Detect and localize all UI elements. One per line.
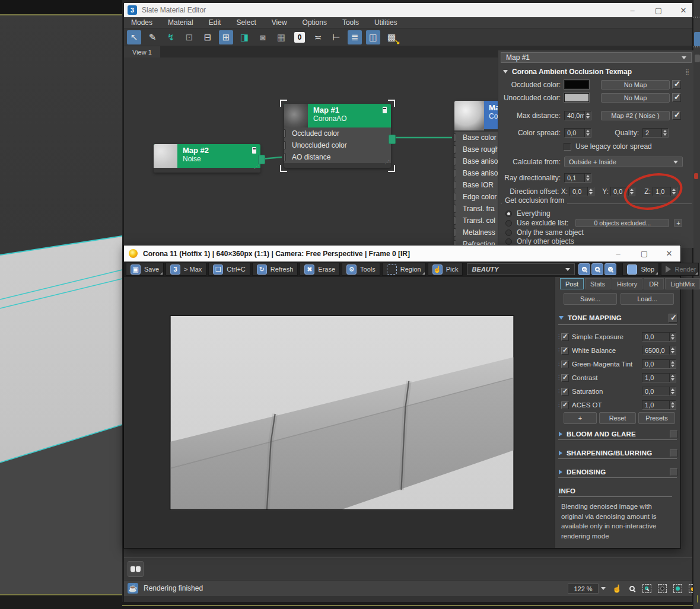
row-value-spinner[interactable]: 1,0	[642, 400, 676, 410]
tab-lightmix[interactable]: LightMix	[665, 278, 700, 289]
input-slot[interactable]	[454, 193, 456, 201]
zoom-region-icon[interactable]	[640, 582, 653, 594]
input-slot[interactable]	[284, 129, 286, 138]
input-slot[interactable]	[454, 169, 456, 177]
render-map-icon[interactable]: ▩ ↘	[384, 30, 399, 44]
zoom-level-field[interactable]: 122 %	[568, 584, 599, 594]
max-distance-map-button[interactable]: Map #2 ( Noise )	[601, 111, 670, 120]
node-map1-coronaao[interactable]: Map #1 CoronaAO Occluded color	[284, 104, 391, 168]
input-slot[interactable]	[454, 145, 456, 154]
sme-close-button[interactable]: ✕	[673, 3, 693, 17]
input-slot[interactable]	[454, 216, 456, 225]
tab-dr[interactable]: DR	[644, 278, 664, 289]
material-bucket-icon[interactable]: ◨	[237, 30, 252, 44]
radio-only-other-objects[interactable]	[505, 238, 512, 245]
row-value-spinner[interactable]: 1,0	[642, 373, 676, 382]
exclude-list-button[interactable]: 0 objects excluded...	[575, 219, 669, 227]
menu-tools[interactable]: Tools	[342, 18, 359, 27]
occluded-color-swatch[interactable]	[564, 80, 589, 89]
exclude-add-button[interactable]: +	[674, 219, 682, 227]
ray-directionality-spinner[interactable]: 0,1	[564, 173, 591, 183]
find-binoculars-button[interactable]	[128, 561, 144, 577]
occluded-map-button[interactable]: No Map	[601, 80, 670, 90]
material-preview-list-icon[interactable]: ≣	[348, 30, 362, 44]
input-slot[interactable]	[454, 133, 456, 142]
color-spread-spinner[interactable]: 0,0	[564, 128, 591, 138]
section-enable-checkbox[interactable]	[670, 468, 677, 476]
radio-everything[interactable]	[505, 211, 512, 217]
pick-material-icon[interactable]: ✎	[145, 30, 160, 44]
pick-from-object-icon[interactable]: ↯	[164, 30, 178, 44]
unoccluded-color-swatch[interactable]	[564, 93, 589, 102]
drag-grip-icon[interactable]: ⋮⋮	[556, 390, 561, 393]
vfb-tools-button[interactable]: ⚙ Tools	[342, 263, 380, 276]
drag-grip-icon[interactable]: ⋮⋮	[556, 349, 561, 352]
sample-slots-count-icon[interactable]: 0	[292, 30, 307, 44]
vfb-zoom-reset-button[interactable]: ✕	[604, 263, 616, 275]
menu-material[interactable]: Material	[168, 18, 193, 27]
vfb-erase-button[interactable]: ✖ Erase	[300, 263, 340, 276]
max-distance-spinner[interactable]: 40,0mm	[564, 111, 591, 120]
section-enable-checkbox[interactable]	[670, 449, 677, 457]
section-bloom-and-glare[interactable]: BLOOM AND GLARE	[559, 429, 677, 439]
row-value-spinner[interactable]: 6500,0	[642, 346, 676, 355]
input-slot[interactable]	[284, 153, 286, 161]
assign-material-icon[interactable]: ⊡	[182, 30, 196, 44]
map2-output-slot[interactable]	[258, 155, 265, 164]
input-slot[interactable]	[454, 181, 456, 189]
tone-add-button[interactable]: +	[564, 412, 597, 424]
row-enable-checkbox[interactable]	[561, 374, 569, 382]
move-children-icon[interactable]: ⊞	[219, 30, 233, 44]
vfb-copy-button[interactable]: ❏ Ctrl+C	[208, 263, 250, 276]
layout-tree-icon[interactable]: ⊢	[329, 30, 343, 44]
menu-modes[interactable]: Modes	[131, 18, 152, 27]
sme-minimize-button[interactable]: –	[622, 3, 642, 17]
docked-blue-button[interactable]	[694, 32, 700, 46]
drag-grip-icon[interactable]: ⋮⋮	[556, 363, 561, 365]
rollout-header[interactable]: Corona Ambient Occlusion Texmap ⣿	[498, 66, 693, 77]
show-checker-icon[interactable]: ▦	[274, 30, 288, 44]
row-value-spinner[interactable]: 0,0	[642, 387, 676, 396]
drag-grip-icon[interactable]: ⋮⋮	[556, 336, 561, 338]
menu-utilities[interactable]: Utilities	[374, 18, 397, 27]
zoom-dropdown-caret[interactable]	[601, 587, 606, 590]
row-enable-checkbox[interactable]	[561, 347, 569, 355]
delete-selected-icon[interactable]: ⊟	[201, 30, 215, 44]
vfb-refresh-button[interactable]: ↻ Refresh	[252, 263, 298, 276]
row-value-spinner[interactable]: 0,0	[642, 359, 676, 369]
show-background-icon[interactable]: ◙	[256, 30, 270, 44]
tab-post[interactable]: Post	[560, 278, 584, 289]
row-value-spinner[interactable]: 0,0	[642, 332, 676, 342]
map2-preview-badge[interactable]	[252, 147, 256, 154]
vfb-pick-button[interactable]: ☝ Pick	[428, 263, 463, 276]
tone-mapping-enable-checkbox[interactable]	[669, 314, 677, 323]
calculate-from-dropdown[interactable]: Outside + Inside	[564, 157, 683, 167]
section-sharpening-blurring[interactable]: SHARPENING/BLURRING	[559, 448, 677, 458]
pan-hand-icon[interactable]: ☝	[610, 582, 623, 594]
menu-view[interactable]: View	[272, 18, 287, 27]
tone-mapping-header[interactable]: TONE MAPPING	[559, 313, 677, 323]
tone-presets-button[interactable]: Presets	[638, 412, 675, 424]
vfb-minimize-button[interactable]: –	[608, 246, 628, 260]
vfb-render-button[interactable]: Render	[661, 263, 699, 276]
vfb-region-button[interactable]: Region	[382, 263, 426, 276]
zoom-tool-icon[interactable]	[625, 582, 638, 594]
vfb-close-button[interactable]: ✕	[659, 246, 679, 260]
radio-use-exclude-list[interactable]	[505, 220, 512, 227]
vfb-save-button[interactable]: ▣ Save	[126, 263, 164, 276]
row-enable-checkbox[interactable]	[561, 388, 569, 396]
row-enable-checkbox[interactable]	[561, 333, 569, 341]
legacy-color-spread-checkbox[interactable]	[564, 143, 571, 151]
select-tool-icon[interactable]: ↖	[127, 30, 141, 44]
input-slot[interactable]	[454, 228, 456, 237]
sme-maximize-button[interactable]: ▢	[648, 3, 669, 17]
quality-spinner[interactable]: 2	[642, 128, 669, 138]
tone-reset-button[interactable]: Reset	[599, 412, 636, 424]
input-slot[interactable]	[454, 205, 456, 213]
input-slot[interactable]	[454, 157, 456, 165]
vfb-zoom-out-button[interactable]: −	[591, 263, 603, 275]
vfb-to-max-button[interactable]: 3 > Max	[166, 263, 206, 276]
section-enable-checkbox[interactable]	[670, 431, 677, 438]
menu-edit[interactable]: Edit	[209, 18, 221, 27]
tab-history[interactable]: History	[612, 278, 642, 289]
